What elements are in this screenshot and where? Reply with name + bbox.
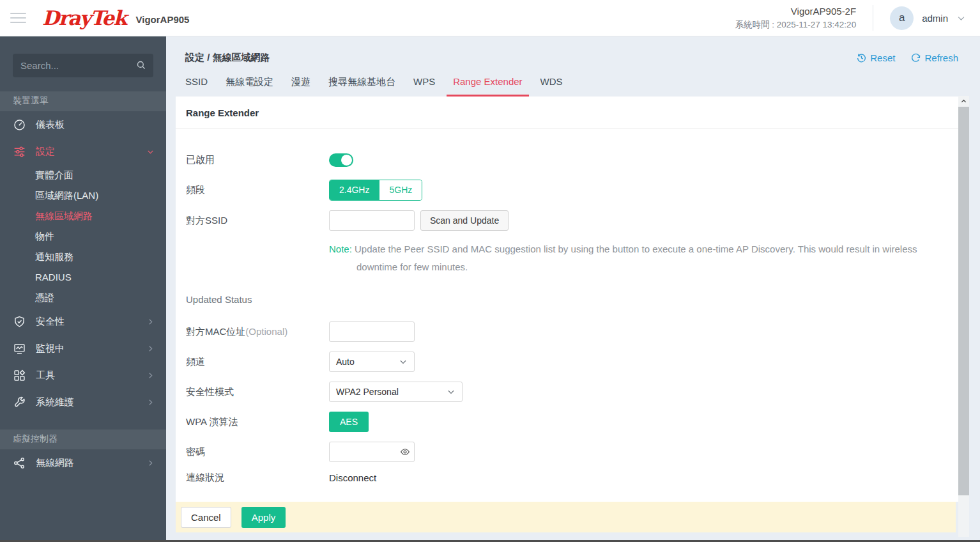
device-name: VigorAP905-2F xyxy=(735,6,857,17)
sidebar-item-dashboard[interactable]: 儀表板 xyxy=(0,111,166,138)
breadcrumb: 設定 / 無線區域網路 xyxy=(185,52,270,64)
note-prefix: Note: xyxy=(329,244,352,254)
sidebar-item-label: 系統維護 xyxy=(36,396,74,408)
peer-ssid-label: 對方SSID xyxy=(186,215,329,227)
sidebar-subitem-radius[interactable]: RADIUS xyxy=(0,267,166,288)
reset-label: Reset xyxy=(870,52,895,63)
action-footer: Cancel Apply xyxy=(176,502,956,532)
peer-mac-input[interactable] xyxy=(329,321,415,342)
band-segmented-control: 2.4GHz 5GHz xyxy=(329,180,422,201)
network-nodes-icon xyxy=(13,456,26,470)
sliders-icon xyxy=(13,145,26,159)
tab-ssid[interactable]: SSID xyxy=(179,76,214,97)
channel-select[interactable]: Auto xyxy=(329,352,415,372)
security-mode-select[interactable]: WPA2 Personal xyxy=(329,382,463,402)
updated-status-heading: Updated Status xyxy=(186,294,943,305)
monitor-chart-icon xyxy=(13,342,26,355)
shield-check-icon xyxy=(13,315,26,329)
sidebar-item-system-maintenance[interactable]: 系統維護 xyxy=(0,389,166,415)
dashboard-icon xyxy=(13,118,26,132)
tab-ap-discovery[interactable]: 搜尋無線基地台 xyxy=(322,76,402,97)
sidebar-item-label: 工具 xyxy=(36,369,55,382)
search-input[interactable] xyxy=(13,54,153,77)
connection-status-label: 連線狀況 xyxy=(186,472,329,484)
sidebar-item-label: 安全性 xyxy=(36,316,65,328)
wpa-algorithm-aes-button[interactable]: AES xyxy=(329,412,369,432)
tab-radio-settings[interactable]: 無線電設定 xyxy=(219,76,280,97)
username: admin xyxy=(922,13,948,24)
chevron-down-icon xyxy=(399,357,408,366)
sidebar-item-settings[interactable]: 設定 xyxy=(0,138,166,165)
brand-logo: DrayTek xyxy=(42,8,126,28)
band-label: 頻段 xyxy=(186,184,329,196)
sidebar-subitem-notification[interactable]: 通知服務 xyxy=(0,247,166,267)
scan-and-update-button[interactable]: Scan and Update xyxy=(420,210,509,231)
tab-wds[interactable]: WDS xyxy=(534,76,569,97)
tab-roaming[interactable]: 漫遊 xyxy=(285,76,317,97)
sidebar-item-label: 監視中 xyxy=(36,343,65,355)
chevron-down-icon xyxy=(146,148,155,156)
avatar[interactable]: a xyxy=(890,6,914,30)
sidebar: 裝置選單 儀表板 設定 實體介面 區域網路(LAN) 無線區域網路 物件 通知服… xyxy=(0,36,166,540)
connection-status-value: Disconnect xyxy=(329,472,376,483)
sidebar-subitem-wireless-lan[interactable]: 無線區域網路 xyxy=(0,206,166,226)
apply-button[interactable]: Apply xyxy=(241,507,286,528)
scrollbar-thumb[interactable] xyxy=(958,107,969,495)
tab-range-extender[interactable]: Range Extender xyxy=(447,76,528,97)
wrench-icon xyxy=(13,396,26,409)
wpa-algorithm-label: WPA 演算法 xyxy=(186,416,329,428)
sidebar-section-virtual-controller: 虛擬控制器 xyxy=(0,430,166,449)
channel-label: 頻道 xyxy=(186,356,329,368)
reset-button[interactable]: Reset xyxy=(856,52,895,63)
sidebar-item-tools[interactable]: 工具 xyxy=(0,362,166,389)
sidebar-subitem-objects[interactable]: 物件 xyxy=(0,226,166,247)
sidebar-item-security[interactable]: 安全性 xyxy=(0,308,166,335)
model-name: VigorAP905 xyxy=(136,12,190,25)
password-label: 密碼 xyxy=(186,446,329,458)
sidebar-item-wireless-network[interactable]: 無線網路 xyxy=(0,449,166,476)
chevron-down-icon xyxy=(447,387,456,396)
chevron-down-icon[interactable] xyxy=(956,13,966,23)
sidebar-subitem-certificates[interactable]: 憑證 xyxy=(0,288,166,308)
note-body: Update the Peer SSID and MAC suggestion … xyxy=(355,244,917,272)
eye-icon[interactable] xyxy=(400,447,410,457)
sidebar-section-device-menu: 裝置選單 xyxy=(0,91,166,111)
peer-mac-optional-text: (Optional) xyxy=(245,326,287,337)
chevron-right-icon xyxy=(146,398,155,407)
note-text: Note: Update the Peer SSID and MAC sugge… xyxy=(329,240,943,276)
hamburger-menu-icon[interactable] xyxy=(10,13,26,23)
security-mode-value: WPA2 Personal xyxy=(336,387,399,397)
band-option-24ghz[interactable]: 2.4GHz xyxy=(330,180,379,200)
chevron-right-icon xyxy=(146,371,155,380)
range-extender-panel: Range Extender 已啟用 頻段 2.4GHz 5GHz 對方SSID xyxy=(176,97,958,502)
system-time: 系統時間 : 2025-11-27 13:42:20 xyxy=(735,19,857,31)
sidebar-subitem-physical-interface[interactable]: 實體介面 xyxy=(0,165,166,185)
channel-value: Auto xyxy=(336,357,355,367)
sidebar-item-label: 無線網路 xyxy=(36,457,74,469)
sidebar-subitem-lan[interactable]: 區域網路(LAN) xyxy=(0,185,166,206)
cancel-button[interactable]: Cancel xyxy=(181,507,231,528)
chevron-right-icon xyxy=(146,345,155,353)
sidebar-item-monitoring[interactable]: 監視中 xyxy=(0,335,166,362)
device-meta: VigorAP905-2F 系統時間 : 2025-11-27 13:42:20 xyxy=(735,6,857,31)
header-divider xyxy=(873,5,873,31)
chevron-right-icon xyxy=(146,459,155,467)
panel-title: Range Extender xyxy=(176,97,958,129)
refresh-label: Refresh xyxy=(924,52,958,63)
band-option-5ghz[interactable]: 5GHz xyxy=(379,180,422,200)
vertical-scrollbar[interactable] xyxy=(958,96,969,537)
peer-ssid-input[interactable] xyxy=(329,210,415,231)
reset-icon xyxy=(856,52,867,63)
refresh-button[interactable]: Refresh xyxy=(910,52,958,63)
sidebar-item-label: 儀表板 xyxy=(36,119,65,131)
security-mode-label: 安全性模式 xyxy=(186,386,329,398)
tab-wps[interactable]: WPS xyxy=(407,76,441,97)
enabled-toggle[interactable] xyxy=(329,153,353,167)
grid-shapes-icon xyxy=(13,369,26,382)
tab-bar: SSID 無線電設定 漫遊 搜尋無線基地台 WPS Range Extender… xyxy=(166,76,980,97)
enabled-label: 已啟用 xyxy=(186,154,329,166)
main-content: 設定 / 無線區域網路 Reset Refresh SSID 無線電設定 漫遊 … xyxy=(166,36,980,540)
refresh-icon xyxy=(910,52,921,63)
app-header: DrayTek VigorAP905 VigorAP905-2F 系統時間 : … xyxy=(0,0,980,36)
scroll-up-icon[interactable] xyxy=(958,96,969,107)
